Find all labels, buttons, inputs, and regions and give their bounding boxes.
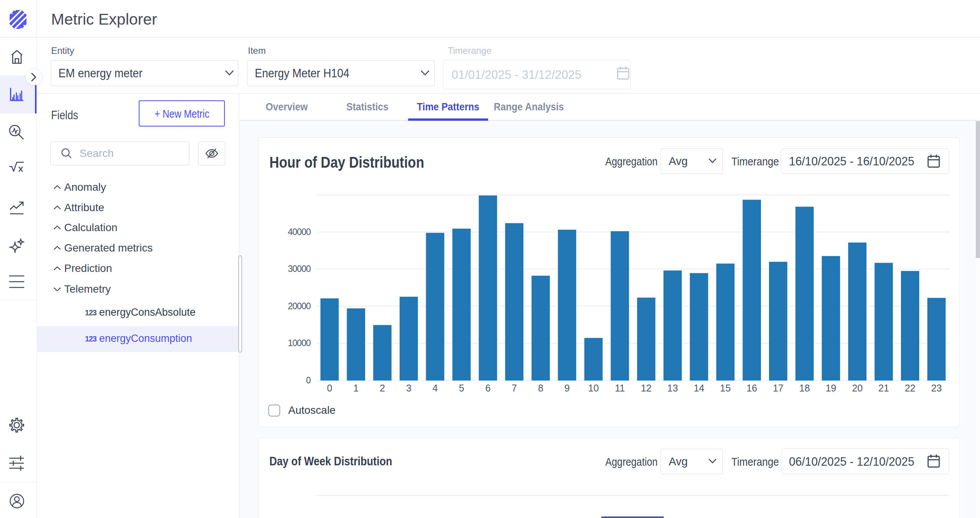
svg-text:10: 10 [588,383,599,393]
svg-text:8: 8 [538,383,543,393]
svg-text:13: 13 [667,383,678,393]
svg-text:9: 9 [565,383,570,393]
svg-text:20000: 20000 [288,301,311,311]
svg-text:7: 7 [512,383,517,393]
svg-text:30000: 30000 [288,264,311,274]
svg-text:2: 2 [380,383,385,393]
svg-text:3: 3 [406,383,412,393]
svg-text:16: 16 [746,383,757,393]
svg-text:12: 12 [641,383,652,393]
svg-text:19: 19 [826,383,836,393]
svg-text:11: 11 [615,383,625,393]
svg-text:5: 5 [459,383,464,393]
svg-text:15: 15 [720,383,731,393]
svg-text:22: 22 [905,383,915,393]
svg-text:4: 4 [432,383,438,393]
svg-text:23: 23 [931,383,942,393]
svg-text:18: 18 [799,383,810,393]
svg-text:1: 1 [353,383,359,393]
svg-text:20: 20 [852,383,863,393]
svg-text:10000: 10000 [288,338,311,348]
svg-text:14: 14 [694,383,704,393]
svg-text:21: 21 [879,383,889,393]
svg-text:17: 17 [773,383,784,393]
svg-text:6: 6 [485,383,491,393]
svg-text:0: 0 [306,375,311,385]
svg-text:0: 0 [327,383,332,393]
svg-text:40000: 40000 [288,227,311,237]
